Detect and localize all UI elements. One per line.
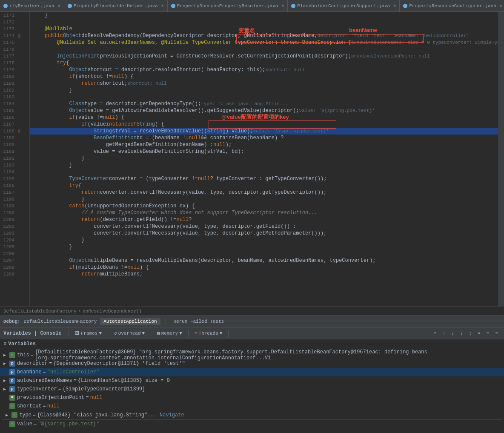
gutter-row: 1175 [0, 39, 29, 46]
line-number: 1194 [0, 169, 18, 175]
var-name: beanName [17, 369, 42, 375]
overhead-icon: ↺ [114, 330, 117, 336]
tab-3[interactable]: PlaceholderConfigurerSupport.java × [288, 0, 400, 12]
action-close2[interactable]: ✕ [475, 330, 483, 337]
variable-row[interactable]: ▶ p autowiredBeanNames = {LinkedHashSet@… [0, 376, 504, 385]
line-gutter: 1171 1172 1173 1174 @ 1175 1176 1177 117… [0, 12, 30, 306]
code-line: if (value != null) { [30, 114, 498, 121]
navigate-link[interactable]: Navigate [160, 412, 184, 418]
var-value: {LinkedHashSet@11385} size = 0 [78, 378, 170, 384]
var-value: {DependencyDescriptor@11371} 'field 'tes… [53, 361, 185, 367]
editor-area: 1171 1172 1173 1174 @ 1175 1176 1177 117… [0, 12, 504, 306]
code-line: Object value = getAutowireCandidateResol… [30, 107, 498, 114]
code-line: } [30, 12, 498, 19]
var-type-icon: p [9, 361, 15, 367]
line-number: 1204 [0, 238, 18, 243]
editor-scrollbar[interactable] [498, 12, 504, 306]
code-editor[interactable]: } @Nullable public Object doResolveDepen… [30, 12, 498, 306]
tab-close-2[interactable]: × [281, 4, 284, 9]
var-name: previousInjectionPoint [17, 395, 84, 401]
panel-overhead-btn[interactable]: ↺ Overhead ▼ [112, 330, 147, 337]
action-down2[interactable]: ↓ [458, 330, 466, 337]
expand-icon[interactable]: ▶ [3, 378, 9, 383]
line-number: 1197 [0, 190, 18, 195]
variable-row[interactable]: ▶ = type = {Class@343} "class java.lang.… [2, 411, 502, 419]
breadcrumb: DefaultListableBeanFactory › doResolveDe… [0, 306, 504, 315]
threads-label: Threads [199, 331, 218, 336]
code-line [30, 169, 498, 175]
inline-hint: previousInjectionPoint: null [351, 53, 430, 60]
inline-hint: autowiredBeanNames: size = 0 typeConvert… [351, 39, 498, 46]
line-number: 1205 [0, 244, 18, 249]
debug-tab-0[interactable]: AutotestApplication [100, 318, 160, 325]
var-equals: = [43, 369, 46, 375]
code-line: String strVal = resolveEmbeddedValue((St… [30, 128, 498, 135]
var-type-icon: p [9, 378, 15, 384]
gutter-row: 1176 [0, 46, 29, 53]
tab-close-4[interactable]: × [500, 4, 502, 9]
code-line: Object shortcut = descriptor.resolveShor… [30, 66, 498, 73]
inline-hint: value: '${spring.pbe.test}' [253, 128, 329, 135]
panel-variables-console-btn[interactable]: Variables | Console [3, 330, 62, 336]
line-number: 1189 [0, 135, 18, 141]
var-equals: = [86, 395, 89, 401]
panel-memory-btn[interactable]: ▦ Memory ▼ [155, 330, 185, 337]
code-line: if (multipleBeans != null) { [30, 264, 498, 271]
code-line: } [30, 244, 498, 250]
tab-4[interactable]: PropertyResourceConfigurer.java × [400, 0, 504, 12]
gutter-row: 1197 [0, 189, 29, 196]
line-number: 1179 [0, 67, 18, 72]
line-number: 1209 [0, 272, 18, 277]
tab-label-1: PropertyPlaceholderHelper.java [74, 3, 158, 9]
gutter-row: 1196 [0, 182, 29, 189]
action-list2[interactable]: ≡ [493, 330, 501, 337]
tab-close-3[interactable]: × [393, 4, 396, 9]
variable-row[interactable]: ▶ p typeConverter = {SimpleTypeConverter… [0, 385, 504, 393]
line-number: 1200 [0, 210, 18, 215]
variable-row[interactable]: = shortcut = null [0, 402, 504, 410]
expand-icon[interactable]: ▶ [3, 361, 9, 366]
variable-row[interactable]: p beanName = "helloController" [0, 368, 504, 376]
tab-1[interactable]: PropertyPlaceholderHelper.java × [64, 0, 168, 12]
action-sort[interactable]: ≡ [431, 330, 439, 337]
variables-list[interactable]: ▶ = this = {DefaultListableBeanFactory@3… [0, 349, 504, 433]
variable-row[interactable]: = previousInjectionPoint = null [0, 393, 504, 402]
debug-toolbar: Debug: DefaultListableBeanFactory Autote… [0, 315, 504, 327]
var-type-icon: = [9, 403, 15, 409]
inline-hint: shortcut: null [265, 66, 304, 73]
gutter-row: 1198 [0, 196, 29, 203]
action-down1[interactable]: ↓ [449, 330, 457, 337]
action-list1[interactable]: ≡ [484, 330, 492, 337]
var-name: type [19, 412, 32, 418]
expand-icon[interactable]: ▶ [6, 413, 11, 418]
memory-icon: ▦ [157, 330, 160, 336]
code-line: public Object doResolveDependency(Depend… [30, 32, 498, 39]
gutter-row: 1191 [0, 148, 29, 155]
tab-2[interactable]: PropertySourcesPropertyResolver.java × [168, 0, 288, 12]
tab-close-1[interactable]: × [161, 4, 164, 9]
debug-tab-1[interactable]: Rerun Failed Tests [170, 318, 227, 325]
action-up[interactable]: ↑ [440, 330, 448, 337]
code-line: converter.convertIfNecessary(value, type… [30, 230, 498, 237]
tab-close-0[interactable]: × [58, 4, 60, 9]
variable-row[interactable]: = value = "${spring.pbe.test}" [0, 420, 504, 428]
line-number: 1173 [0, 26, 18, 32]
panel-threads-btn[interactable]: ≡ Threads ▼ [192, 330, 225, 337]
threads-arrow: ▼ [220, 331, 223, 336]
tab-label-2: PropertySourcesPropertyResolver.java [177, 3, 278, 9]
code-line: getMergedBeanDefinition(beanName) : null… [30, 141, 498, 148]
inline-hint: descriptor: 'field 'test'' beanName: 'he… [318, 32, 469, 39]
panel-frames-btn[interactable]: 🖼 Frames ▼ [72, 330, 104, 337]
threads-icon: ≡ [195, 331, 198, 336]
gutter-row: 1172 [0, 19, 29, 26]
gutter-row: 1173 [0, 26, 29, 32]
tab-0[interactable]: rtyResolver.java × [0, 0, 64, 12]
var-value: {Class@343} "class java.lang.String"... … [37, 412, 184, 418]
expand-icon[interactable]: ▶ [3, 353, 9, 358]
expand-icon[interactable]: ▶ [3, 387, 9, 392]
tab-bar: rtyResolver.java × PropertyPlaceholderHe… [0, 0, 504, 12]
variable-row[interactable]: ▶ = this = {DefaultListableBeanFactory@3… [0, 351, 504, 359]
debug-session: DefaultListableBeanFactory [24, 319, 97, 324]
action-swap[interactable]: ↕ [467, 330, 475, 337]
gutter-row: 1182 [0, 87, 29, 94]
